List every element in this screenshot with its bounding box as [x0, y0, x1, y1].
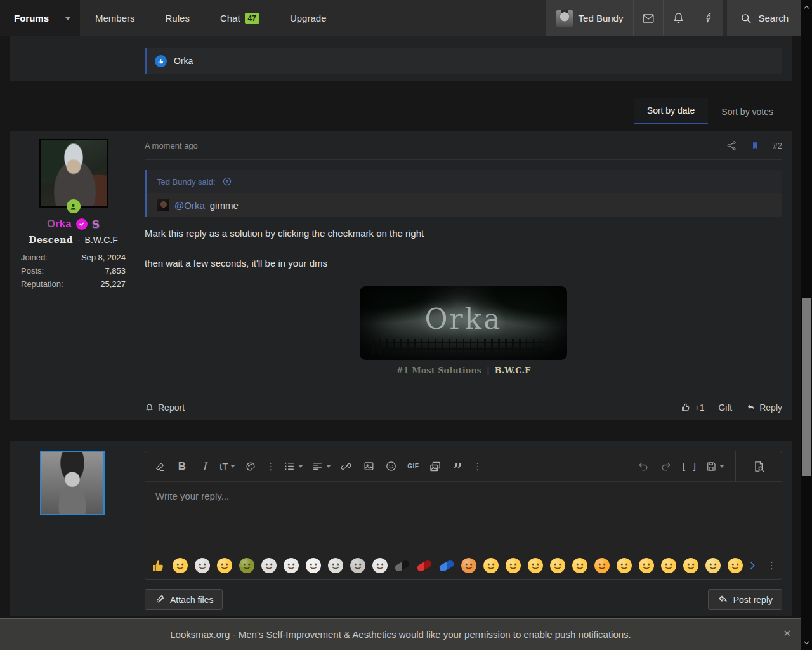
scroll-up-icon[interactable] [801, 2, 812, 13]
search-button[interactable]: Search [727, 0, 801, 36]
emoji-rofl-icon[interactable] [217, 558, 232, 573]
chevron-down-icon[interactable] [65, 17, 71, 20]
user-name-label: Ted Bundy [579, 13, 624, 23]
emoji-autist-icon[interactable] [461, 558, 476, 573]
bell-icon [672, 11, 685, 25]
emoji-wink-icon[interactable] [639, 558, 654, 573]
emoji-laughing-icon[interactable] [550, 558, 565, 573]
post-paragraph: then wait a few seconds, it'll be in you… [145, 258, 782, 269]
quoted-message: Ted Bundy said: @Orka gimme [145, 170, 782, 217]
bbcode-toggle-icon[interactable]: [ ] [681, 457, 697, 476]
emoji-blackpill-icon[interactable] [394, 559, 410, 573]
insert-emoji-icon[interactable] [384, 457, 398, 476]
insert-link-icon[interactable] [339, 457, 353, 476]
scroll-down-icon[interactable] [801, 637, 812, 648]
emoji-wojak-soy-icon[interactable] [306, 558, 321, 573]
list-icon[interactable] [284, 457, 303, 476]
quoted-user-avatar[interactable] [157, 199, 169, 211]
insert-quote-icon[interactable]: ” [450, 457, 464, 476]
author-name[interactable]: Orka [47, 218, 72, 230]
emoji-wojak-grin-icon[interactable] [372, 558, 388, 573]
tab-sort-by-date[interactable]: Sort by date [634, 98, 709, 124]
post-timestamp[interactable]: A moment ago [145, 141, 198, 150]
emoji-frown-icon[interactable] [683, 558, 698, 573]
emoji-gigachad-icon[interactable] [350, 558, 365, 573]
bookmark-icon[interactable] [750, 141, 760, 150]
scrollbar-thumb[interactable] [802, 298, 811, 476]
emoji-shrek-icon[interactable] [239, 558, 254, 573]
text-color-icon[interactable] [244, 457, 258, 476]
emoji-redpill-icon[interactable] [416, 559, 433, 573]
insert-media-icon[interactable] [428, 457, 442, 476]
emoji-smile-icon[interactable] [528, 558, 543, 573]
gift-button[interactable]: Gift [718, 402, 732, 413]
italic-icon[interactable]: I [197, 457, 211, 476]
emoji-wojak-crying-icon[interactable] [284, 558, 299, 573]
nav-forums-label: Forums [14, 13, 49, 23]
messages-button[interactable] [633, 0, 663, 36]
share-icon[interactable] [726, 140, 737, 151]
emoji-angry-joy-icon[interactable] [594, 558, 610, 573]
fence-graphic [372, 339, 555, 354]
emoji-scroll-right-icon[interactable] [747, 560, 758, 571]
emoji-bluepill-icon[interactable] [438, 559, 455, 573]
more-format-options-icon[interactable]: ⋮ [266, 461, 275, 472]
close-icon[interactable]: ✕ [783, 628, 791, 639]
mention-link[interactable]: @Orka [174, 200, 205, 211]
page-scrollbar[interactable] [801, 0, 812, 650]
attach-files-button[interactable]: Attach files [145, 589, 223, 610]
font-size-icon[interactable]: tT [219, 457, 235, 476]
preview-button[interactable] [735, 451, 782, 482]
nav-upgrade[interactable]: Upgrade [275, 0, 342, 36]
author-group: B.W.C.F [85, 235, 118, 245]
like-button[interactable]: +1 [681, 402, 704, 413]
current-user-avatar[interactable] [40, 451, 105, 515]
user-menu[interactable]: Ted Bundy [546, 0, 634, 36]
save-draft-icon[interactable] [705, 457, 724, 476]
nav-chat[interactable]: Chat 47 [205, 0, 275, 36]
quote-attribution[interactable]: Ted Bundy said: [157, 177, 216, 187]
reply-textarea[interactable]: Write your reply... [145, 482, 782, 552]
redo-icon[interactable] [659, 457, 673, 476]
emoji-unamused-icon[interactable] [728, 558, 743, 573]
enable-push-link[interactable]: enable push notifications [523, 629, 628, 640]
insert-image-icon[interactable] [362, 457, 376, 476]
emoji-wojak-cope-2-icon[interactable] [261, 558, 277, 573]
emoji-wojak-glasses-icon[interactable] [328, 558, 343, 573]
nav-forums[interactable]: Forums [0, 0, 80, 36]
undo-icon[interactable] [637, 457, 651, 476]
more-insert-options-icon[interactable]: ⋮ [473, 461, 482, 472]
alignment-icon[interactable] [311, 457, 331, 476]
emoji-slight-frown-icon[interactable] [661, 558, 676, 573]
nav-members[interactable]: Members [80, 0, 150, 36]
emoji-wojak-cope-icon[interactable] [195, 558, 210, 573]
emoji-star-struck-icon[interactable] [617, 558, 632, 573]
bold-icon[interactable]: B [175, 457, 189, 476]
post-reply-button[interactable]: Post reply [708, 589, 782, 610]
insert-gif-icon[interactable]: GIF [406, 457, 420, 476]
emoji-stuck-out-tongue-icon[interactable] [506, 558, 521, 573]
post-header-actions: #2 [726, 140, 782, 151]
reactions-bar[interactable]: Orka [145, 48, 782, 74]
emoji-thumbs-up-icon[interactable] [150, 558, 166, 573]
alerts-button[interactable] [663, 0, 693, 36]
quick-actions-button[interactable] [693, 0, 723, 36]
emoji-worried-icon[interactable] [705, 558, 721, 573]
editor-toolbar: B I tT ⋮ [145, 451, 782, 482]
emoji-menu-icon[interactable]: ⋮ [767, 560, 776, 571]
author-title: Descend · B.W.C.F [10, 235, 136, 245]
author-avatar[interactable] [39, 139, 108, 208]
user-avatar [556, 10, 573, 27]
online-badge-icon [67, 199, 81, 213]
emoji-slight-smile-icon[interactable] [483, 558, 499, 573]
reply-button[interactable]: Reply [746, 402, 782, 413]
remove-format-icon[interactable] [153, 457, 167, 476]
post-number[interactable]: #2 [773, 141, 782, 150]
report-button[interactable]: Report [145, 402, 185, 413]
chat-count-badge: 47 [245, 13, 259, 24]
tab-sort-by-votes[interactable]: Sort by votes [708, 98, 787, 124]
nav-rules[interactable]: Rules [150, 0, 205, 36]
emoji-grinning-icon[interactable] [173, 558, 188, 573]
jump-to-post-icon[interactable] [222, 176, 232, 187]
emoji-joy-icon[interactable] [572, 558, 587, 573]
